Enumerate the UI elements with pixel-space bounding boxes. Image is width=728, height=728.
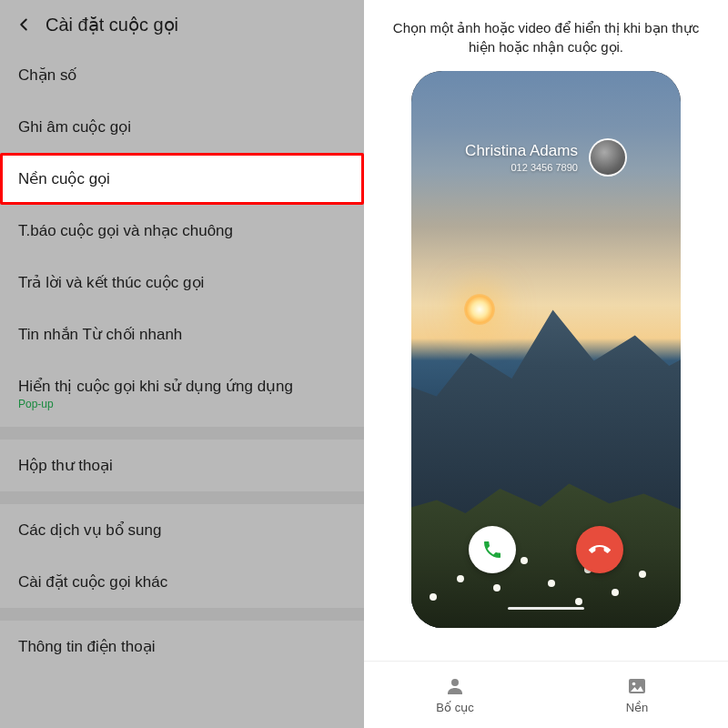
settings-item-label: Trả lời và kết thúc cuộc gọi: [18, 274, 204, 291]
settings-item-label: Ghi âm cuộc gọi: [18, 118, 131, 136]
caller-name: Christina Adams: [465, 142, 578, 160]
bottom-tabs: Bố cục Nền: [364, 661, 728, 728]
person-icon: [444, 675, 466, 697]
tab-label: Bố cục: [436, 701, 473, 714]
tab-background[interactable]: Nền: [546, 662, 728, 728]
settings-item-call-background[interactable]: Nền cuộc gọi: [0, 153, 364, 205]
settings-item-voicemail[interactable]: Hộp thư thoại: [0, 440, 364, 491]
decline-call-button[interactable]: [576, 526, 623, 573]
phone-preview: Christina Adams 012 3456 7890: [411, 71, 681, 628]
settings-item-label: T.báo cuộc gọi và nhạc chuông: [18, 222, 233, 239]
tab-layout[interactable]: Bố cục: [364, 662, 546, 728]
settings-item-label: Tin nhắn Từ chối nhanh: [18, 326, 182, 343]
tab-label: Nền: [626, 701, 649, 714]
section-divider: [0, 427, 364, 440]
section-divider: [0, 491, 364, 504]
call-background-pane: Chọn một ảnh hoặc video để hiển thị khi …: [364, 0, 728, 728]
settings-list: Chặn số Ghi âm cuộc gọi Nền cuộc gọi T.b…: [0, 49, 364, 672]
settings-item-show-call-in-apps[interactable]: Hiển thị cuộc gọi khi sử dụng ứng dụng P…: [0, 360, 364, 427]
settings-item-label: Các dịch vụ bổ sung: [18, 521, 161, 539]
settings-item-label: Chặn số: [18, 66, 76, 84]
phone-down-icon: [589, 539, 611, 561]
settings-item-label: Cài đặt cuộc gọi khác: [18, 573, 167, 591]
settings-item-about-phone[interactable]: Thông tin điện thoại: [0, 621, 364, 672]
page-title: Cài đặt cuộc gọi: [46, 14, 178, 35]
svg-point-2: [632, 682, 636, 686]
settings-item-call-recording[interactable]: Ghi âm cuộc gọi: [0, 101, 364, 153]
settings-item-label: Hộp thư thoại: [18, 457, 113, 474]
back-icon[interactable]: [11, 12, 36, 37]
settings-item-other-call-settings[interactable]: Cài đặt cuộc gọi khác: [0, 556, 364, 608]
call-buttons: [411, 526, 681, 573]
settings-item-label: Hiển thị cuộc gọi khi sử dụng ứng dụng: [18, 378, 293, 395]
settings-item-answer-end[interactable]: Trả lời và kết thúc cuộc gọi: [0, 257, 364, 308]
accept-call-button[interactable]: [469, 526, 516, 573]
image-icon: [626, 675, 648, 697]
settings-item-label: Nền cuộc gọi: [18, 170, 110, 187]
section-divider: [0, 608, 364, 621]
settings-item-supplementary[interactable]: Các dịch vụ bổ sung: [0, 504, 364, 556]
phone-icon: [481, 539, 503, 561]
caller-number: 012 3456 7890: [465, 162, 578, 173]
settings-item-alerts-ringtone[interactable]: T.báo cuộc gọi và nhạc chuông: [0, 205, 364, 257]
settings-item-label: Thông tin điện thoại: [18, 638, 155, 655]
home-indicator[interactable]: [508, 607, 584, 610]
svg-point-0: [451, 679, 459, 686]
call-settings-pane: Cài đặt cuộc gọi Chặn số Ghi âm cuộc gọi…: [0, 0, 364, 728]
settings-item-quick-decline[interactable]: Tin nhắn Từ chối nhanh: [0, 308, 364, 360]
avatar: [589, 138, 627, 177]
header: Cài đặt cuộc gọi: [0, 0, 364, 49]
caller-info: Christina Adams 012 3456 7890: [411, 138, 681, 177]
settings-item-sublabel: Pop-up: [18, 398, 346, 410]
sun-decoration: [464, 294, 495, 325]
instruction-text: Chọn một ảnh hoặc video để hiển thị khi …: [382, 18, 710, 56]
settings-item-block-numbers[interactable]: Chặn số: [0, 49, 364, 101]
